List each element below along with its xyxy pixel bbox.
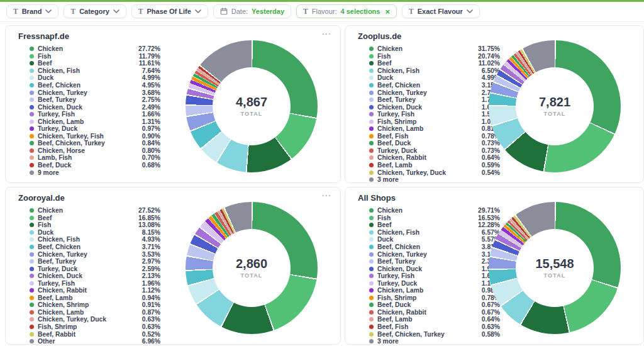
legend-item-chicken-fish[interactable]: Chicken, Fish4.93% bbox=[30, 236, 160, 243]
legend-item-fish-shrimp[interactable]: Fish, Shrimp1.01% bbox=[369, 118, 500, 125]
legend-item-beef[interactable]: Beef11.02% bbox=[369, 60, 500, 67]
donut-chart[interactable]: 15,548 TOTAL bbox=[489, 202, 621, 334]
legend-item-duck[interactable]: Duck5.57% bbox=[369, 236, 500, 243]
legend-item-turkey-duck[interactable]: Turkey, Duck1.14% bbox=[369, 279, 500, 287]
filter-chip-exact-flavour[interactable]: TExact Flavour bbox=[402, 4, 480, 18]
legend-item-fish-shrimp[interactable]: Fish, Shrimp0.63% bbox=[30, 323, 160, 331]
legend-label: Beef, Turkey bbox=[377, 258, 416, 265]
clear-filter-icon[interactable]: × bbox=[385, 8, 390, 16]
legend-item-chicken-turkey[interactable]: Chicken, Turkey3.16% bbox=[369, 250, 500, 258]
legend-percent: 1.12% bbox=[142, 287, 160, 294]
legend-item-fish[interactable]: Fish16.53% bbox=[369, 215, 500, 222]
legend-item-chicken-rabbit[interactable]: Chicken, Rabbit0.67% bbox=[369, 309, 500, 316]
filter-chip-phase-of-life[interactable]: TPhase Of Life bbox=[131, 4, 208, 18]
donut-chart[interactable]: 7,821 TOTAL bbox=[489, 40, 621, 172]
legend-item-fish[interactable]: Fish20.74% bbox=[369, 53, 500, 60]
legend-item-beef-fish[interactable]: Beef, Fish0.63% bbox=[369, 323, 500, 331]
legend-item-chicken-fish[interactable]: Chicken, Fish6.57% bbox=[369, 229, 500, 237]
legend-item-duck[interactable]: Duck8.15% bbox=[30, 229, 160, 237]
legend-color-dot bbox=[30, 47, 34, 51]
legend-item-chicken[interactable]: Chicken27.52% bbox=[30, 207, 160, 215]
more-menu-icon[interactable]: ⋯ bbox=[321, 190, 331, 201]
donut-chart[interactable]: 4,867 TOTAL bbox=[186, 40, 318, 172]
legend-item-chicken[interactable]: Chicken31.75% bbox=[369, 45, 500, 53]
legend-item-beef[interactable]: Beef16.85% bbox=[30, 215, 160, 222]
legend-item-beef[interactable]: Beef12.28% bbox=[369, 221, 500, 229]
filter-chip-brand[interactable]: TBrand bbox=[6, 4, 58, 18]
legend-item-chicken-turkey[interactable]: Chicken, Turkey2.71% bbox=[369, 89, 500, 96]
legend-item-turkey-fish[interactable]: Turkey, Fish1.66% bbox=[30, 111, 160, 118]
legend-item-3-more[interactable]: 3 more bbox=[369, 338, 500, 345]
legend-item-turkey-duck[interactable]: Turkey, Duck0.73% bbox=[369, 147, 500, 155]
legend-color-dot bbox=[30, 98, 34, 102]
legend-item-beef-chicken[interactable]: Beef, Chicken3.71% bbox=[30, 243, 160, 251]
legend-item-chicken-lamb[interactable]: Chicken, Lamb0.81% bbox=[369, 125, 500, 133]
legend-item-beef-turkey[interactable]: Beef, Turkey2.97% bbox=[30, 258, 160, 265]
legend-color-dot bbox=[369, 230, 374, 235]
legend-item-duck[interactable]: Duck4.99% bbox=[30, 74, 160, 82]
legend-item-beef[interactable]: Beef11.61% bbox=[30, 60, 160, 67]
legend-item-chicken-turkey-duck[interactable]: Chicken, Turkey, Duck0.63% bbox=[30, 316, 160, 323]
legend-percent: 27.52% bbox=[138, 207, 160, 214]
legend-item-chicken-duck[interactable]: Chicken, Duck1.99% bbox=[369, 265, 500, 272]
filter-chip-date[interactable]: Date:Yesterday bbox=[213, 4, 291, 18]
legend-item-beef-duck[interactable]: Beef, Duck0.73% bbox=[369, 140, 500, 147]
legend-item-beef-chicken[interactable]: Beef, Chicken3.15% bbox=[369, 82, 500, 89]
legend-item-turkey-fish[interactable]: Turkey, Fish1.67% bbox=[369, 272, 500, 280]
legend-item-turkey-fish[interactable]: Turkey, Fish1.57% bbox=[369, 111, 500, 118]
filter-chip-category[interactable]: TCategory bbox=[64, 4, 126, 18]
legend-item-lamb-fish[interactable]: Lamb, Fish0.70% bbox=[30, 154, 160, 162]
legend-item-turkey-duck[interactable]: Turkey, Duck2.59% bbox=[30, 265, 160, 272]
legend-item-chicken-horse[interactable]: Chicken, Horse0.80% bbox=[30, 147, 160, 155]
legend-item-chicken-lamb[interactable]: Chicken, Lamb0.87% bbox=[30, 309, 160, 316]
legend-item-fish[interactable]: Fish11.79% bbox=[30, 53, 160, 60]
legend-item-beef-duck[interactable]: Beef, Duck0.67% bbox=[369, 301, 500, 309]
legend-label: Chicken, Lamb bbox=[377, 125, 423, 132]
legend-item-chicken-lamb[interactable]: Chicken, Lamb0.98% bbox=[369, 287, 500, 294]
legend-item-9-more[interactable]: 9 more bbox=[30, 169, 160, 176]
legend-item-chicken-turkey-duck[interactable]: Chicken, Turkey, Duck0.54% bbox=[369, 169, 500, 176]
legend-item-beef-lamb[interactable]: Beef, Lamb0.59% bbox=[369, 162, 500, 169]
legend-item-beef-lamb[interactable]: Beef, Lamb0.94% bbox=[30, 294, 160, 302]
legend-label: Chicken, Turkey, Duck bbox=[38, 316, 106, 323]
filter-chip-group: TBrandTCategoryTPhase Of LifeDate:Yester… bbox=[6, 4, 480, 18]
legend-item-beef-chicken[interactable]: Beef, Chicken3.81% bbox=[369, 243, 500, 251]
legend-item-fish-shrimp[interactable]: Fish, Shrimp0.78% bbox=[369, 294, 500, 302]
legend-item-beef-chicken-turkey[interactable]: Beef, Chicken, Turkey0.84% bbox=[30, 140, 160, 147]
more-menu-icon[interactable]: ⋯ bbox=[321, 28, 331, 40]
chip-value: 4 selections bbox=[340, 8, 380, 15]
legend-item-chicken-turkey[interactable]: Chicken, Turkey3.53% bbox=[30, 250, 160, 258]
legend-item-chicken-turkey-fish[interactable]: Chicken, Turkey, Fish0.90% bbox=[30, 133, 160, 140]
legend-item-chicken-duck[interactable]: Chicken, Duck2.49% bbox=[30, 103, 160, 111]
legend-item-chicken-rabbit[interactable]: Chicken, Rabbit0.64% bbox=[369, 154, 500, 162]
legend-item-chicken-duck[interactable]: Chicken, Duck2.13% bbox=[30, 272, 160, 280]
legend-label: Chicken, Turkey, Duck bbox=[377, 169, 446, 176]
legend-item-turkey-fish[interactable]: Turkey, Fish1.96% bbox=[30, 279, 160, 287]
legend-item-beef-fish[interactable]: Beef, Fish0.78% bbox=[369, 133, 500, 140]
legend-item-beef-turkey[interactable]: Beef, Turkey2.75% bbox=[30, 96, 160, 104]
legend-item-chicken[interactable]: Chicken29.71% bbox=[369, 207, 500, 215]
legend-item-other[interactable]: Other6.96% bbox=[30, 338, 160, 345]
legend-item-chicken-shrimp[interactable]: Chicken, Shrimp0.91% bbox=[30, 301, 160, 309]
legend-item-beef-turkey[interactable]: Beef, Turkey2.30% bbox=[369, 258, 500, 265]
legend-item-beef-turkey[interactable]: Beef, Turkey1.78% bbox=[369, 96, 500, 104]
filter-chip-flavour[interactable]: TFlavour:4 selections× bbox=[296, 4, 397, 18]
legend-item-beef-lamb[interactable]: Beef, Lamb0.64% bbox=[369, 316, 500, 323]
legend-item-chicken-turkey[interactable]: Chicken, Turkey3.68% bbox=[30, 89, 160, 96]
legend-item-beef-duck[interactable]: Beef, Duck0.68% bbox=[30, 162, 160, 169]
legend-item-3-more[interactable]: 3 more bbox=[369, 176, 500, 183]
legend-item-chicken-rabbit[interactable]: Chicken, Rabbit1.12% bbox=[30, 287, 160, 294]
legend-item-turkey-duck[interactable]: Turkey, Duck0.97% bbox=[30, 125, 160, 133]
legend-item-chicken-fish[interactable]: Chicken, Fish7.64% bbox=[30, 67, 160, 75]
legend-item-duck[interactable]: Duck4.99% bbox=[369, 74, 500, 82]
legend-color-dot bbox=[369, 223, 374, 227]
legend-item-beef-chicken-turkey[interactable]: Beef, Chicken, Turkey0.58% bbox=[369, 330, 500, 338]
legend-item-chicken-duck[interactable]: Chicken, Duck1.62% bbox=[369, 103, 500, 111]
legend-item-beef-rabbit[interactable]: Beef, Rabbit0.52% bbox=[30, 330, 160, 338]
legend-item-chicken-lamb[interactable]: Chicken, Lamb1.31% bbox=[30, 118, 160, 125]
donut-chart[interactable]: 2,860 TOTAL bbox=[186, 202, 318, 334]
legend-item-beef-chicken[interactable]: Beef, Chicken4.95% bbox=[30, 82, 160, 89]
legend-item-fish[interactable]: Fish13.08% bbox=[30, 221, 160, 229]
legend-item-chicken[interactable]: Chicken27.72% bbox=[30, 45, 160, 53]
legend-item-chicken-fish[interactable]: Chicken, Fish6.50% bbox=[369, 67, 500, 75]
